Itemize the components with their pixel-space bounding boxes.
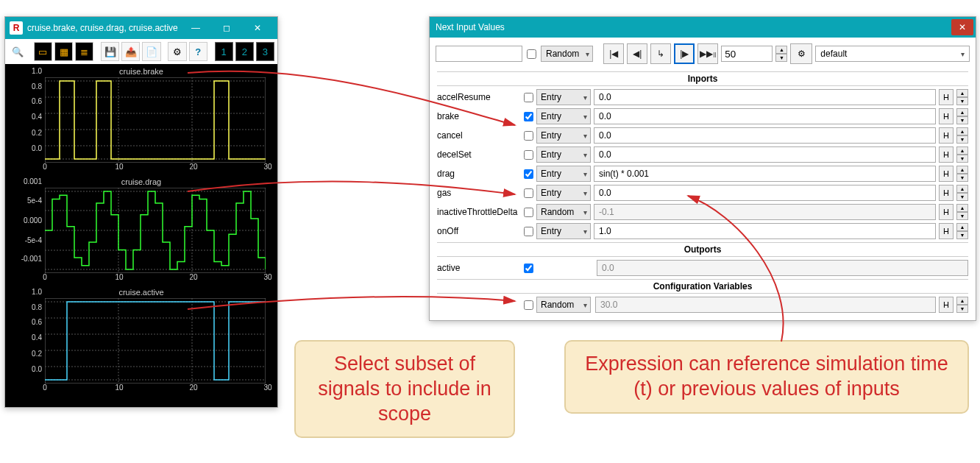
value-field[interactable] bbox=[594, 166, 936, 182]
minimize-button[interactable]: — bbox=[180, 17, 211, 39]
scope-include-checkbox[interactable] bbox=[524, 188, 533, 198]
inport-row: cancel Entry H ▲ ▼ bbox=[430, 126, 976, 145]
toolbar-mode-select[interactable]: Random bbox=[541, 46, 593, 62]
history-button[interactable]: H bbox=[939, 166, 954, 182]
value-up-button[interactable]: ▲ bbox=[956, 223, 968, 231]
value-down-button[interactable]: ▼ bbox=[956, 193, 968, 201]
mode-select[interactable]: Entry bbox=[536, 108, 591, 124]
value-down-button[interactable]: ▼ bbox=[956, 231, 968, 239]
history-button[interactable]: H bbox=[939, 89, 954, 105]
scope-include-checkbox[interactable] bbox=[524, 300, 533, 310]
value-down-button[interactable]: ▼ bbox=[956, 305, 968, 313]
value-up-button[interactable]: ▲ bbox=[956, 185, 968, 193]
mode-select[interactable]: Entry bbox=[536, 185, 591, 201]
value-down-button[interactable]: ▼ bbox=[956, 155, 968, 163]
history-button[interactable]: H bbox=[939, 146, 954, 163]
mode-select[interactable]: Entry bbox=[536, 146, 591, 163]
close-button[interactable]: ✕ bbox=[242, 17, 273, 39]
value-field[interactable] bbox=[594, 89, 936, 105]
mode-select[interactable]: Entry bbox=[536, 89, 591, 105]
mode-select[interactable]: Entry bbox=[536, 166, 591, 182]
value-up-button[interactable]: ▲ bbox=[956, 127, 968, 135]
toolbar-checkbox[interactable] bbox=[527, 49, 536, 59]
value-field[interactable] bbox=[594, 108, 936, 124]
scope-include-checkbox[interactable] bbox=[524, 264, 533, 273]
value-up-button[interactable]: ▲ bbox=[956, 89, 968, 97]
value-field[interactable] bbox=[594, 223, 936, 239]
scope-include-checkbox[interactable] bbox=[524, 93, 533, 102]
layout3-button[interactable]: ≣ bbox=[75, 42, 93, 61]
history-button[interactable]: H bbox=[939, 297, 954, 313]
plot-brake: cruise.brake 1.0 0.8 0.6 0.4 0.2 0.0 bbox=[13, 67, 270, 173]
gear-icon[interactable]: ⚙ bbox=[790, 43, 812, 64]
config-row: Random H ▲ ▼ bbox=[430, 295, 976, 314]
x-tick: 0 bbox=[43, 273, 47, 281]
gear-icon[interactable]: ⚙ bbox=[168, 42, 186, 61]
mode-select[interactable]: Random bbox=[536, 297, 591, 313]
scope-toolbar: 🔍 ▭ ▦ ≣ 💾 📤 📄 ⚙ ? 1 2 3 bbox=[5, 39, 277, 64]
scope-titlebar[interactable]: R cruise.brake, cruise.drag, cruise.acti… bbox=[5, 17, 277, 39]
value-down-button[interactable]: ▼ bbox=[956, 135, 968, 144]
layout2-button[interactable]: ▦ bbox=[54, 42, 73, 61]
y-tick: -0.001 bbox=[13, 255, 42, 263]
scope-include-checkbox[interactable] bbox=[524, 169, 533, 179]
copy-icon[interactable]: 📄 bbox=[142, 42, 160, 61]
history-button[interactable]: H bbox=[939, 223, 954, 239]
value-field[interactable] bbox=[594, 127, 936, 144]
save-icon[interactable]: 💾 bbox=[101, 42, 119, 61]
magnifier-icon[interactable]: 🔍 bbox=[8, 42, 26, 61]
export-icon[interactable]: 📤 bbox=[121, 42, 140, 61]
step-count-field[interactable] bbox=[721, 46, 773, 62]
value-field bbox=[595, 297, 936, 313]
step-down-button[interactable]: ▼ bbox=[775, 54, 787, 62]
niv-titlebar[interactable]: Next Input Values ✕ bbox=[430, 17, 976, 38]
y-tick: 0.8 bbox=[13, 303, 42, 311]
help-icon[interactable]: ? bbox=[189, 42, 207, 61]
value-up-button[interactable]: ▲ bbox=[956, 108, 968, 116]
layout1-button[interactable]: ▭ bbox=[34, 42, 52, 61]
mode-select[interactable]: Random bbox=[536, 204, 591, 220]
inport-row: accelResume Entry H ▲ ▼ bbox=[430, 88, 976, 107]
value-down-button[interactable]: ▼ bbox=[956, 97, 968, 105]
value-field[interactable] bbox=[594, 146, 936, 163]
preset-2-button[interactable]: 2 bbox=[235, 42, 254, 61]
mode-select[interactable]: Entry bbox=[536, 127, 591, 144]
scope-include-checkbox[interactable] bbox=[524, 227, 533, 236]
section-inports: Inports bbox=[437, 71, 968, 86]
step-into-icon[interactable]: ↳ bbox=[650, 43, 671, 64]
value-down-button[interactable]: ▼ bbox=[956, 212, 968, 220]
value-up-button[interactable]: ▲ bbox=[956, 204, 968, 212]
value-up-button[interactable]: ▲ bbox=[956, 166, 968, 174]
history-button[interactable]: H bbox=[939, 127, 954, 144]
run-pause-icon[interactable]: ▶▶|| bbox=[697, 43, 718, 64]
scope-include-checkbox[interactable] bbox=[524, 112, 533, 121]
close-button[interactable]: ✕ bbox=[951, 19, 973, 35]
y-tick: 0.000 bbox=[13, 216, 42, 225]
niv-toolbar: Random |◀ ◀| ↳ |▶ ▶▶|| ▲ ▼ ⚙ default bbox=[430, 38, 976, 70]
history-button[interactable]: H bbox=[939, 185, 954, 201]
history-button[interactable]: H bbox=[939, 204, 954, 220]
preset-1-button[interactable]: 1 bbox=[215, 42, 233, 61]
x-tick: 20 bbox=[189, 163, 197, 171]
value-up-button[interactable]: ▲ bbox=[956, 146, 968, 155]
scope-include-checkbox[interactable] bbox=[524, 208, 533, 217]
maximize-button[interactable]: ◻ bbox=[211, 17, 242, 39]
preset-3-button[interactable]: 3 bbox=[256, 42, 274, 61]
organization-select[interactable]: default bbox=[815, 46, 970, 62]
skip-start-icon[interactable]: |◀ bbox=[603, 43, 624, 64]
history-button[interactable]: H bbox=[939, 108, 954, 124]
step-up-button[interactable]: ▲ bbox=[775, 46, 787, 54]
step-back-icon[interactable]: ◀| bbox=[627, 43, 647, 64]
search-input[interactable] bbox=[436, 46, 522, 62]
plot-title: cruise.active bbox=[13, 288, 270, 297]
play-icon[interactable]: |▶ bbox=[674, 43, 695, 64]
value-down-button[interactable]: ▼ bbox=[956, 116, 968, 124]
value-field[interactable] bbox=[594, 185, 936, 201]
value-up-button[interactable]: ▲ bbox=[956, 297, 968, 305]
value-down-button[interactable]: ▼ bbox=[956, 174, 968, 182]
port-label: drag bbox=[437, 169, 519, 179]
mode-select[interactable]: Entry bbox=[536, 223, 591, 239]
scope-include-checkbox[interactable] bbox=[524, 131, 533, 141]
x-tick: 10 bbox=[115, 384, 123, 392]
scope-include-checkbox[interactable] bbox=[524, 150, 533, 160]
